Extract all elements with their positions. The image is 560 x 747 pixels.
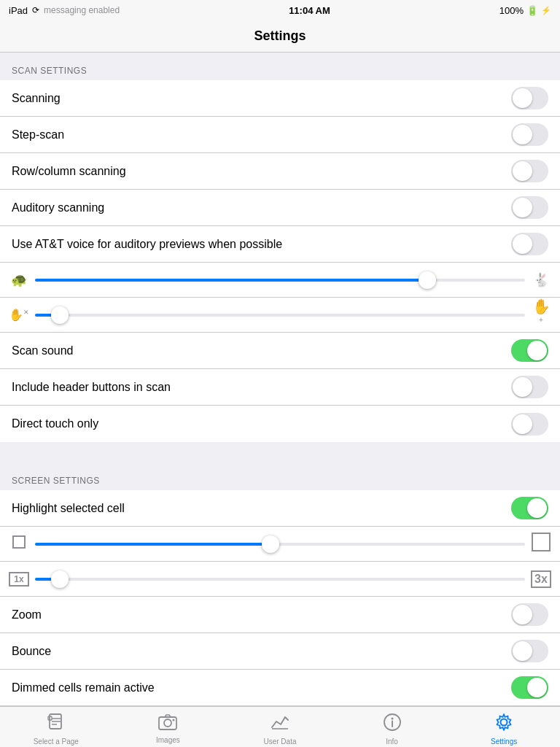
auditory-scanning-label: Auditory scanning <box>12 201 104 214</box>
cell-size-track[interactable] <box>35 543 525 546</box>
direct-touch-only-toggle-knob <box>513 414 532 434</box>
scanning-row: Scanning <box>0 80 560 117</box>
section-gap-1 <box>0 442 560 462</box>
scan-touch-slider-row: ✋✕ ✋+ <box>0 298 560 333</box>
tab-info-label: Info <box>386 738 398 746</box>
svg-point-11 <box>173 719 175 721</box>
att-voice-toggle-knob <box>513 234 532 254</box>
status-bar-right: 100% 🔋 ⚡ <box>499 5 551 16</box>
step-scan-row: Step-scan <box>0 117 560 153</box>
tab-settings-label: Settings <box>491 738 517 746</box>
tab-select-a-page[interactable]: Select a Page <box>0 708 112 746</box>
scan-settings-group: Scanning Step-scan Row/column scanning A… <box>0 80 560 442</box>
bounce-toggle[interactable] <box>511 640 548 662</box>
scan-settings-header: SCAN SETTINGS <box>0 53 560 80</box>
auditory-scanning-toggle[interactable] <box>511 196 548 219</box>
hand-small-icon: ✋✕ <box>9 308 29 322</box>
status-time: 11:04 AM <box>289 5 330 16</box>
scan-sound-toggle-knob <box>527 341 547 360</box>
page-icon <box>47 713 66 736</box>
row-column-scanning-toggle-knob <box>513 161 532 181</box>
nav-bar: Settings <box>0 20 560 53</box>
scan-touch-track[interactable] <box>35 314 525 317</box>
scan-touch-thumb[interactable] <box>51 306 69 324</box>
camera-icon <box>158 714 177 735</box>
zoom-level-thumb[interactable] <box>51 570 69 588</box>
sync-icon: ⟳ <box>32 5 39 15</box>
zoom-toggle[interactable] <box>511 603 548 626</box>
scan-sound-label: Scan sound <box>12 344 74 357</box>
nav-title: Settings <box>254 28 306 44</box>
include-header-buttons-toggle[interactable] <box>511 376 548 398</box>
battery-level: 100% <box>499 5 524 16</box>
box-small-icon <box>9 535 29 552</box>
svg-point-14 <box>391 718 393 720</box>
dimmed-cells-row: Dimmed cells remain active <box>0 670 560 706</box>
gear-icon <box>494 713 513 736</box>
info-icon <box>383 713 402 736</box>
tab-select-a-page-label: Select a Page <box>34 738 79 746</box>
dimmed-cells-toggle-knob <box>527 678 547 697</box>
include-header-buttons-toggle-knob <box>513 377 532 397</box>
zoom-1x-icon: 1x <box>9 572 29 587</box>
highlight-selected-cell-row: Highlight selected cell <box>0 490 560 527</box>
status-bar: iPad ⟳ messaging enabled 11:04 AM 100% 🔋… <box>0 0 560 20</box>
rabbit-icon: 🐇 <box>531 272 551 288</box>
direct-touch-only-row: Direct touch only <box>0 406 560 442</box>
highlight-selected-cell-label: Highlight selected cell <box>12 502 125 515</box>
scanning-toggle[interactable] <box>511 87 548 109</box>
include-header-buttons-row: Include header buttons in scan <box>0 369 560 406</box>
scan-sound-toggle[interactable] <box>511 339 548 362</box>
box-small-shape <box>12 535 26 549</box>
scan-sound-row: Scan sound <box>0 333 560 369</box>
tab-info[interactable]: Info <box>336 708 448 746</box>
row-column-scanning-row: Row/column scanning <box>0 153 560 190</box>
zoom-label: Zoom <box>12 608 42 622</box>
tab-settings[interactable]: Settings <box>448 708 560 746</box>
zoom-level-slider-row: 1x 3x <box>0 562 560 597</box>
turtle-icon: 🐢 <box>9 272 29 288</box>
bounce-row: Bounce <box>0 633 560 670</box>
scan-speed-thumb[interactable] <box>419 271 436 289</box>
highlight-selected-cell-toggle-knob <box>527 498 547 518</box>
device-label: iPad <box>9 5 28 16</box>
cell-size-fill <box>35 543 271 546</box>
svg-point-16 <box>501 719 508 726</box>
tab-user-data[interactable]: User Data <box>224 708 336 746</box>
step-scan-label: Step-scan <box>12 128 64 142</box>
cell-size-slider-row <box>0 527 560 562</box>
screen-settings-group: Highlight selected cell 1x <box>0 490 560 741</box>
hand-large-icon: ✋+ <box>531 298 551 332</box>
step-scan-toggle-knob <box>513 125 532 144</box>
scanning-toggle-knob <box>513 88 532 108</box>
direct-touch-only-label: Direct touch only <box>12 417 98 430</box>
scan-speed-slider-row: 🐢 🐇 <box>0 263 560 298</box>
screen-settings-header: SCREEN SETTINGS <box>0 462 560 490</box>
row-column-scanning-toggle[interactable] <box>511 160 548 182</box>
highlight-selected-cell-toggle[interactable] <box>511 497 548 519</box>
dimmed-cells-toggle[interactable] <box>511 676 548 699</box>
zoom-row: Zoom <box>0 597 560 633</box>
scan-speed-fill <box>35 279 427 282</box>
zoom-level-track[interactable] <box>35 578 525 581</box>
tab-bar: Select a Page Images User Data <box>0 706 560 747</box>
direct-touch-only-toggle[interactable] <box>511 413 548 436</box>
box-large-icon <box>531 533 551 555</box>
page-content: SCAN SETTINGS Scanning Step-scan Row/col… <box>0 53 560 747</box>
tab-images[interactable]: Images <box>112 710 225 744</box>
tab-user-data-label: User Data <box>263 738 296 746</box>
svg-point-10 <box>164 719 171 727</box>
battery-icon: 🔋 <box>526 5 538 16</box>
att-voice-toggle[interactable] <box>511 233 548 255</box>
auditory-scanning-row: Auditory scanning <box>0 190 560 226</box>
tab-images-label: Images <box>156 736 180 744</box>
bounce-toggle-knob <box>513 641 532 661</box>
cell-size-thumb[interactable] <box>262 535 279 553</box>
step-scan-toggle[interactable] <box>511 123 548 146</box>
nav-note: messaging enabled <box>44 5 120 15</box>
box-large-shape <box>532 533 551 551</box>
scan-speed-track[interactable] <box>35 279 525 282</box>
row-column-scanning-label: Row/column scanning <box>12 165 126 178</box>
status-bar-left: iPad ⟳ messaging enabled <box>9 5 120 16</box>
chart-icon <box>271 713 289 736</box>
